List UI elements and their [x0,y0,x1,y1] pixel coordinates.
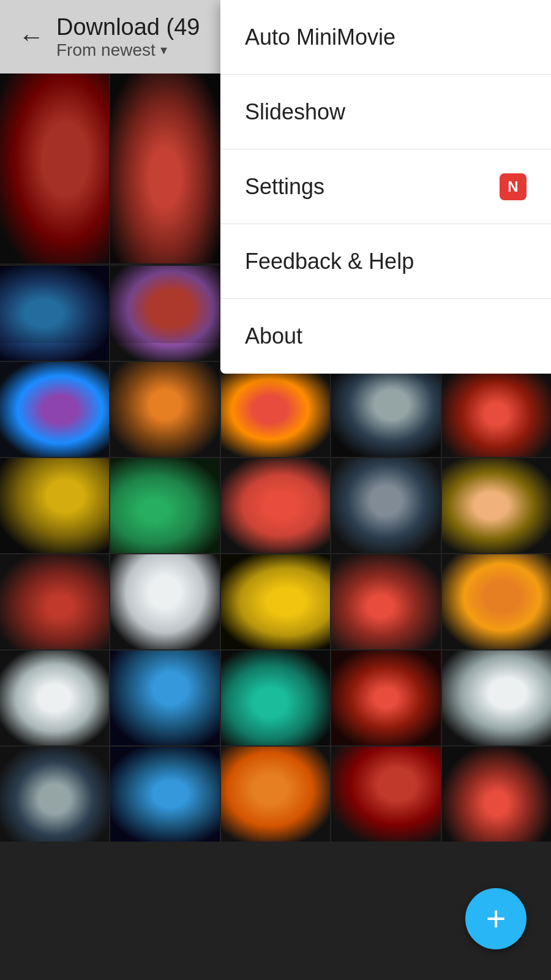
menu-item-about[interactable]: About [220,299,551,374]
photo-cell[interactable] [331,747,440,842]
photo-cell[interactable] [442,362,551,457]
photo-cell[interactable] [331,458,440,553]
menu-item-settings[interactable]: Settings N [220,149,551,224]
menu-item-slideshow[interactable]: Slideshow [220,75,551,149]
dropdown-menu: Auto MiniMovie Slideshow Settings N Feed… [220,0,551,374]
photo-cell[interactable] [221,554,330,649]
plus-icon: + [486,902,506,936]
photo-cell[interactable] [0,458,109,553]
photo-cell[interactable] [221,747,330,842]
menu-item-label: Settings [245,174,324,200]
menu-item-label: Auto MiniMovie [245,24,395,50]
photo-cell[interactable] [221,362,330,457]
photo-cell[interactable] [221,458,330,553]
menu-overlay [0,0,220,343]
photo-cell[interactable] [110,747,219,842]
photo-cell[interactable] [0,362,109,457]
photo-cell[interactable] [331,554,440,649]
photo-cell[interactable] [110,554,219,649]
photo-cell[interactable] [331,362,440,457]
menu-item-label: Feedback & Help [245,249,414,274]
photo-cell[interactable] [0,650,109,745]
photo-cell[interactable] [442,650,551,745]
menu-item-feedback-help[interactable]: Feedback & Help [220,224,551,299]
photo-cell[interactable] [0,554,109,649]
menu-item-label: About [245,323,302,349]
photo-cell[interactable] [442,747,551,842]
photo-cell[interactable] [221,650,330,745]
menu-item-auto-minimovie[interactable]: Auto MiniMovie [220,0,551,75]
fab-add-button[interactable]: + [465,888,527,949]
photo-cell[interactable] [442,554,551,649]
settings-badge: N [500,173,527,200]
photo-cell[interactable] [110,458,219,553]
photo-cell[interactable] [442,458,551,553]
photo-cell[interactable] [331,650,440,745]
menu-item-label: Slideshow [245,99,345,125]
photo-cell[interactable] [110,362,219,457]
photo-cell[interactable] [0,747,109,842]
photo-cell[interactable] [110,650,219,745]
